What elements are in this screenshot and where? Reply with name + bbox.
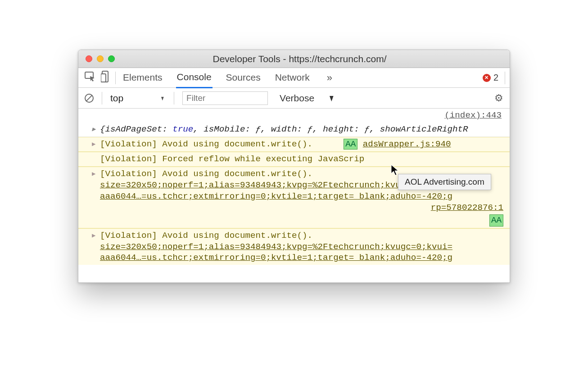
device-toggle-icon[interactable] bbox=[101, 71, 109, 85]
separator bbox=[102, 92, 102, 104]
tab-bar: Elements Console Sources Network » 2 bbox=[78, 68, 510, 88]
violation-row[interactable]: ▶ [Violation] Avoid using document.write… bbox=[78, 137, 510, 152]
error-count-badge[interactable]: 2 bbox=[483, 73, 498, 83]
source-url[interactable]: aaa6044…=us.tchcr;extmirroring=0;kvtile=… bbox=[100, 191, 452, 201]
devtools-window: Developer Tools - https://techcrunch.com… bbox=[78, 50, 510, 283]
context-selector[interactable]: top ▼ bbox=[110, 93, 166, 104]
violation-row[interactable]: ▶ [Violation] Avoid using document.write… bbox=[78, 228, 510, 265]
log-level-selector[interactable]: Verbose ▼ bbox=[280, 93, 336, 104]
console-toolbar: top ▼ Verbose ▼ ⚙ bbox=[78, 88, 510, 109]
thirdparty-badge[interactable]: AA bbox=[489, 214, 503, 227]
source-url[interactable]: size=320x50;noperf=1;alias=93484943;kvpg… bbox=[100, 242, 452, 252]
more-tabs-icon[interactable]: » bbox=[323, 72, 336, 84]
source-url[interactable]: rp=578022876:1 bbox=[431, 202, 503, 214]
inspect-icon[interactable] bbox=[85, 72, 95, 84]
separator bbox=[174, 92, 174, 104]
settings-icon[interactable]: ⚙ bbox=[494, 92, 503, 104]
svg-rect-2 bbox=[101, 74, 106, 82]
error-icon bbox=[483, 74, 491, 82]
disclosure-triangle-icon[interactable]: ▶ bbox=[92, 140, 95, 148]
clear-console-icon[interactable] bbox=[85, 94, 94, 103]
source-url[interactable]: aaa6044…=us.tchcr;extmirroring=0;kvtile=… bbox=[100, 253, 452, 263]
context-value: top bbox=[110, 93, 123, 104]
error-count: 2 bbox=[493, 73, 498, 83]
tab-sources[interactable]: Sources bbox=[225, 68, 262, 87]
chevron-down-icon: ▼ bbox=[160, 95, 165, 102]
violation-message: [Violation] Avoid using document.write()… bbox=[100, 169, 312, 179]
tab-elements[interactable]: Elements bbox=[122, 68, 163, 87]
disclosure-triangle-icon[interactable]: ▶ bbox=[92, 232, 95, 240]
thirdparty-badge[interactable]: AA bbox=[344, 139, 357, 150]
disclosure-triangle-icon[interactable]: ▶ bbox=[92, 170, 95, 178]
message-source-link[interactable]: (index):443 bbox=[78, 109, 510, 123]
tab-network[interactable]: Network bbox=[274, 68, 311, 87]
violation-message: [Violation] Avoid using document.write()… bbox=[100, 139, 312, 149]
separator bbox=[505, 72, 505, 84]
chevron-down-icon: ▼ bbox=[328, 93, 335, 104]
log-level-value: Verbose bbox=[280, 93, 314, 104]
window-title: Developer Tools - https://techcrunch.com… bbox=[90, 54, 510, 64]
disclosure-triangle-icon[interactable]: ▶ bbox=[92, 125, 95, 133]
tab-console[interactable]: Console bbox=[176, 68, 213, 88]
violation-message: [Violation] Forced reflow while executin… bbox=[100, 154, 364, 164]
mouse-cursor-icon bbox=[391, 164, 400, 178]
violation-row[interactable]: [Violation] Forced reflow while executin… bbox=[78, 152, 510, 167]
filter-input[interactable] bbox=[182, 91, 268, 105]
titlebar: Developer Tools - https://techcrunch.com… bbox=[78, 50, 510, 68]
separator bbox=[115, 72, 116, 84]
violation-message: [Violation] Avoid using document.write()… bbox=[100, 231, 312, 241]
badge-tooltip: AOL Advertising.com bbox=[398, 174, 491, 190]
console-object-row[interactable]: ▶ {isAdPageSet: true, isMobile: ƒ, width… bbox=[78, 123, 510, 137]
source-link[interactable]: adsWrapper.js:940 bbox=[363, 139, 451, 149]
